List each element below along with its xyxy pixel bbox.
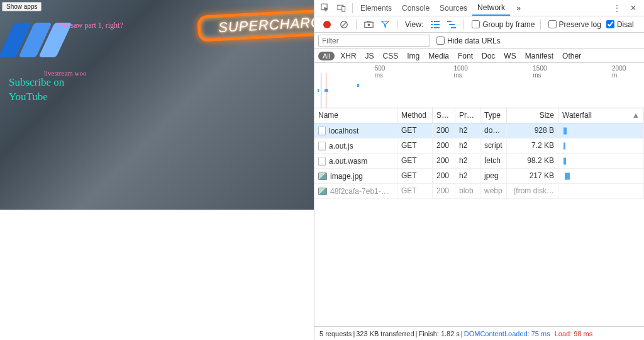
view-label: View: — [405, 20, 423, 29]
table-body[interactable]: localhostGET200h2doc…928 Ba.out.jsGET200… — [314, 123, 644, 326]
cell-status: 200 — [433, 123, 455, 138]
cell-name: a.out.js — [314, 139, 397, 153]
timeline-bar — [325, 89, 328, 92]
col-size[interactable]: Size — [507, 108, 558, 123]
waterfall-bar — [564, 127, 567, 134]
cell-waterfall — [558, 184, 644, 198]
inspect-element-icon[interactable] — [321, 4, 330, 13]
more-tabs-icon[interactable]: » — [514, 4, 523, 13]
cell-method: GET — [397, 184, 433, 198]
cell-waterfall — [558, 123, 644, 138]
network-table: Name Method Sta… Pro… Type Size Waterfal… — [314, 108, 644, 326]
cell-waterfall — [558, 169, 644, 183]
tab-network[interactable]: Network — [472, 0, 510, 16]
group-by-frame-checkbox[interactable]: Group by frame — [472, 20, 535, 29]
filter-img[interactable]: Img — [404, 51, 423, 61]
separator — [352, 3, 353, 13]
separator — [464, 20, 464, 30]
device-toggle-icon[interactable] — [337, 4, 346, 13]
preserve-log-checkbox[interactable]: Preserve log — [548, 20, 601, 29]
type-filter-row: All XHR JS CSS Img Media Font Doc WS Man… — [314, 49, 644, 63]
cell-name: localhost — [314, 123, 397, 138]
cell-protocol: blob — [455, 184, 480, 198]
image-file-icon — [318, 188, 327, 195]
chalk-subscribe: Subscribe on YouTube — [9, 76, 64, 105]
table-row[interactable]: image.jpgGET200h2jpeg217 KB — [314, 169, 644, 184]
col-method[interactable]: Method — [397, 108, 433, 123]
svg-rect-7 — [431, 21, 433, 22]
cell-protocol: h2 — [455, 154, 480, 168]
kebab-menu-icon[interactable]: ⋮ — [613, 4, 621, 13]
devtools-panel: Elements Console Sources Network » ⋮ × V… — [314, 0, 644, 340]
hide-data-urls-checkbox[interactable]: Hide data URLs — [436, 37, 501, 45]
waterfall-bar — [564, 157, 566, 164]
svg-rect-13 — [447, 21, 452, 22]
filter-js[interactable]: JS — [362, 51, 377, 61]
separator — [540, 20, 541, 30]
neon-sign: SUPERCHARGED — [197, 7, 314, 42]
filter-manifest[interactable]: Manifest — [522, 51, 557, 61]
video-screenshot: Show apps You saw part 1, right? livestr… — [0, 0, 314, 210]
record-button[interactable] — [323, 21, 331, 28]
table-row[interactable]: localhostGET200h2doc…928 B — [314, 123, 644, 139]
capture-screenshots-icon[interactable] — [364, 20, 374, 28]
status-dcl: DOMContentLoaded: 75 ms — [464, 330, 550, 337]
filter-xhr[interactable]: XHR — [337, 51, 359, 61]
show-apps-button[interactable]: Show apps — [2, 2, 42, 11]
svg-rect-11 — [431, 27, 433, 28]
status-requests: 5 requests — [319, 330, 352, 337]
tab-console[interactable]: Console — [397, 0, 435, 16]
view-waterfall-icon[interactable] — [447, 21, 456, 28]
col-type[interactable]: Type — [480, 108, 507, 123]
document-file-icon — [318, 157, 326, 166]
cell-protocol: h2 — [455, 139, 480, 153]
tab-sources[interactable]: Sources — [435, 0, 472, 16]
cell-method: GET — [397, 154, 433, 168]
cell-waterfall — [558, 154, 644, 168]
filter-ws[interactable]: WS — [501, 51, 519, 61]
cell-type: script — [480, 139, 507, 153]
timeline-overview[interactable]: 500 ms 1000 ms 1500 ms 2000 m — [314, 63, 644, 108]
chalk-text-top: You saw part 1, right? — [57, 21, 123, 30]
filter-css[interactable]: CSS — [380, 51, 402, 61]
cell-status: 200 — [433, 169, 455, 183]
svg-rect-9 — [431, 24, 433, 25]
filter-font[interactable]: Font — [455, 51, 476, 61]
table-row[interactable]: 48f2cafa-7eb1-…GET200blobwebp(from disk… — [314, 184, 644, 199]
filter-input[interactable] — [318, 35, 430, 47]
network-toolbar: View: Group by frame Preserve log Disal — [314, 16, 644, 33]
col-waterfall[interactable]: Waterfall▲ — [558, 108, 644, 123]
status-load: Load: 98 ms — [555, 330, 593, 337]
svg-rect-2 — [342, 6, 345, 11]
cell-type: doc… — [480, 123, 507, 138]
col-status[interactable]: Sta… — [433, 108, 455, 123]
cell-status: 200 — [433, 184, 455, 198]
col-name[interactable]: Name — [314, 108, 397, 123]
cell-name: image.jpg — [314, 169, 397, 183]
document-file-icon — [318, 127, 326, 135]
cell-protocol: h2 — [455, 123, 480, 138]
content-pane: Show apps You saw part 1, right? livestr… — [0, 0, 314, 340]
view-list-icon[interactable] — [431, 21, 440, 28]
filter-all[interactable]: All — [318, 52, 335, 60]
timeline-dcl-marker — [321, 73, 321, 108]
filter-toggle-icon[interactable] — [381, 20, 389, 28]
filter-doc[interactable]: Doc — [479, 51, 498, 61]
table-header: Name Method Sta… Pro… Type Size Waterfal… — [314, 108, 644, 123]
col-protocol[interactable]: Pro… — [455, 108, 480, 123]
filter-row: Hide data URLs — [314, 33, 644, 49]
tab-elements[interactable]: Elements — [355, 0, 397, 16]
timeline-bar — [357, 84, 359, 87]
timeline-bar — [318, 89, 319, 92]
filter-media[interactable]: Media — [425, 51, 452, 61]
status-finish: Finish: 1.82 s — [418, 330, 459, 337]
clear-icon[interactable] — [340, 20, 348, 29]
svg-line-4 — [342, 22, 347, 26]
disable-cache-checkbox[interactable]: Disal — [606, 20, 634, 29]
sort-indicator-icon: ▲ — [632, 111, 640, 120]
close-icon[interactable]: × — [629, 4, 638, 13]
filter-other[interactable]: Other — [559, 51, 584, 61]
table-row[interactable]: a.out.wasmGET200h2fetch98.2 KB — [314, 154, 644, 169]
cell-name: a.out.wasm — [314, 154, 397, 168]
table-row[interactable]: a.out.jsGET200h2script7.2 KB — [314, 139, 644, 154]
